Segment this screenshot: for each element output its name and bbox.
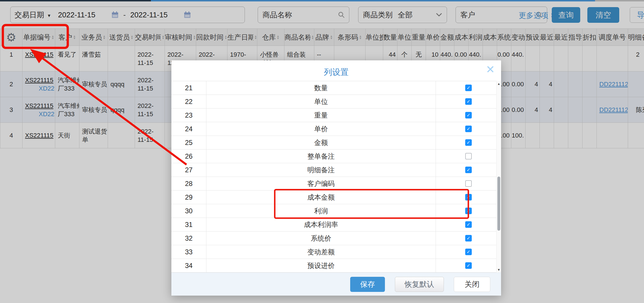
checkbox-cell: ✓ [436, 136, 501, 149]
column-setting-label: 金额 [206, 136, 436, 149]
modal-footer: 保存 恢复默认 关闭 [171, 273, 501, 296]
column-index: 24 [171, 122, 206, 136]
column-index: 29 [171, 191, 206, 204]
column-setting-row[interactable]: 22单位✓ [171, 95, 501, 108]
column-setting-label: 系统价 [206, 232, 436, 245]
scrollbar-thumb[interactable] [497, 177, 500, 231]
scroll-up-icon[interactable]: ▲ [497, 82, 501, 85]
checkbox-checked[interactable]: ✓ [465, 235, 472, 241]
column-setting-row[interactable]: 31成本利润率✓ [171, 218, 501, 232]
column-setting-label: 变动差额 [206, 245, 436, 259]
column-setting-row[interactable]: 21数量✓ [171, 81, 501, 95]
column-index: 25 [171, 136, 206, 149]
column-settings-list: 21数量✓22单位✓23重量✓24单价✓25金额✓26整单备注27明细备注✓28… [171, 81, 501, 273]
checkbox-unchecked[interactable] [465, 180, 472, 187]
column-setting-label: 预设进价 [206, 259, 436, 272]
save-button[interactable]: 保存 [350, 277, 385, 292]
column-index: 26 [171, 150, 206, 163]
column-index: 28 [171, 177, 206, 190]
checkbox-cell: ✓ [436, 122, 501, 136]
checkbox-checked[interactable]: ✓ [465, 98, 472, 105]
column-settings-modal: 列设置 ✕ 21数量✓22单位✓23重量✓24单价✓25金额✓26整单备注27明… [171, 60, 501, 296]
checkbox-cell: ✓ [436, 232, 501, 245]
column-setting-row[interactable]: 26整单备注 [171, 150, 501, 163]
column-setting-label: 成本金额 [206, 191, 436, 204]
column-setting-row[interactable]: 25金额✓ [171, 136, 501, 150]
close-icon[interactable]: ✕ [486, 64, 495, 75]
column-setting-row[interactable]: 28客户编码 [171, 177, 501, 191]
checkbox-cell [436, 177, 501, 190]
column-index: 34 [171, 259, 206, 272]
column-setting-label: 客户编码 [206, 177, 436, 190]
column-setting-label: 成本利润率 [206, 218, 436, 231]
column-setting-row[interactable]: 30利润✓ [171, 204, 501, 218]
modal-scrollbar[interactable]: ▲ ▼ [496, 81, 501, 273]
column-setting-row[interactable]: 24单价✓ [171, 122, 501, 136]
column-setting-label: 整单备注 [206, 150, 436, 163]
checkbox-cell [436, 150, 501, 163]
sales-detail-page: { "colors": { "accent_blue": "#3e94cf", … [0, 0, 644, 303]
scroll-down-icon[interactable]: ▼ [497, 268, 501, 271]
checkbox-checked[interactable]: ✓ [465, 221, 472, 228]
checkbox-cell: ✓ [436, 204, 501, 218]
column-index: 31 [171, 218, 206, 231]
column-setting-row[interactable]: 32系统价✓ [171, 232, 501, 245]
column-setting-label: 重量 [206, 108, 436, 122]
checkbox-checked[interactable]: ✓ [465, 167, 472, 173]
checkbox-checked[interactable]: ✓ [465, 85, 472, 91]
column-setting-label: 单位 [206, 95, 436, 108]
column-setting-label: 明细备注 [206, 163, 436, 177]
checkbox-cell: ✓ [436, 218, 501, 231]
checkbox-cell: ✓ [436, 108, 501, 122]
checkbox-unchecked[interactable] [465, 153, 472, 159]
modal-title: 列设置 [171, 67, 501, 78]
checkbox-cell: ✓ [436, 191, 501, 204]
checkbox-cell: ✓ [436, 259, 501, 272]
column-setting-row[interactable]: 33变动差额✓ [171, 245, 501, 259]
column-index: 22 [171, 95, 206, 108]
column-setting-label: 单价 [206, 122, 436, 136]
checkbox-checked[interactable]: ✓ [465, 139, 472, 146]
checkbox-cell: ✓ [436, 81, 501, 95]
column-setting-row[interactable]: 29成本金额✓ [171, 191, 501, 204]
checkbox-checked[interactable]: ✓ [465, 249, 472, 255]
checkbox-checked[interactable]: ✓ [465, 208, 472, 214]
column-setting-label: 利润 [206, 204, 436, 218]
checkbox-checked[interactable]: ✓ [465, 194, 472, 200]
column-index: 21 [171, 81, 206, 95]
column-setting-row[interactable]: 27明细备注✓ [171, 163, 501, 177]
column-index: 32 [171, 232, 206, 245]
column-index: 33 [171, 245, 206, 259]
column-setting-label: 数量 [206, 81, 436, 95]
checkbox-cell: ✓ [436, 163, 501, 177]
checkbox-cell: ✓ [436, 245, 501, 259]
column-index: 23 [171, 108, 206, 122]
column-setting-row[interactable]: 23重量✓ [171, 108, 501, 122]
column-index: 30 [171, 204, 206, 218]
restore-defaults-button[interactable]: 恢复默认 [395, 277, 444, 292]
checkbox-checked[interactable]: ✓ [465, 126, 472, 132]
close-button[interactable]: 关闭 [454, 277, 490, 292]
column-setting-row[interactable]: 34预设进价✓ [171, 259, 501, 273]
checkbox-cell: ✓ [436, 95, 501, 108]
checkbox-checked[interactable]: ✓ [465, 262, 472, 269]
checkbox-checked[interactable]: ✓ [465, 112, 472, 118]
column-index: 27 [171, 163, 206, 177]
